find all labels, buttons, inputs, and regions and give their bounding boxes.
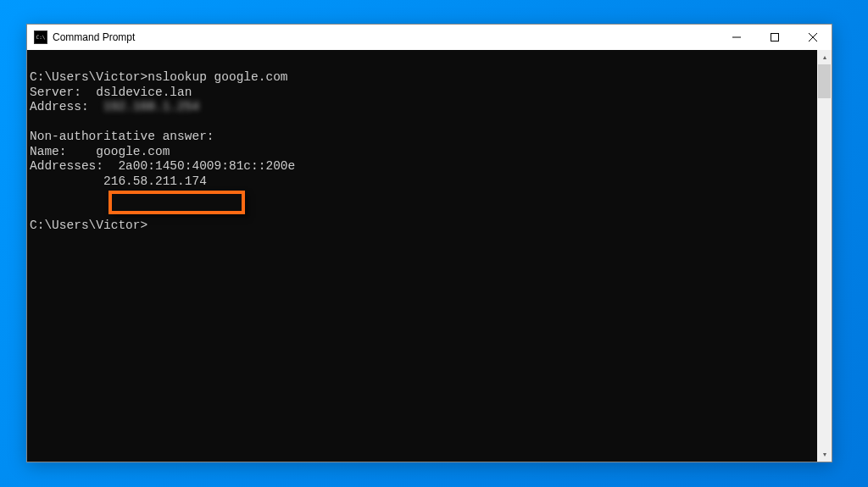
titlebar[interactable]: Command Prompt: [27, 25, 832, 50]
address-line: Address: 192.168.1.254: [30, 100, 199, 113]
maximize-button[interactable]: [755, 25, 793, 50]
window-title: Command Prompt: [53, 31, 135, 43]
scroll-down-arrow[interactable]: ▾: [817, 447, 832, 462]
terminal-output[interactable]: C:\Users\Victor>nslookup google.com Serv…: [27, 50, 817, 462]
terminal-area: C:\Users\Victor>nslookup google.com Serv…: [27, 50, 832, 462]
cmd-icon: [34, 30, 47, 44]
non-auth-line: Non-authoritative answer:: [30, 130, 214, 143]
name-line: Name: google.com: [30, 145, 170, 158]
command-prompt-window: Command Prompt C:\Users\Victor>nslookup …: [26, 24, 832, 462]
minimize-button[interactable]: [717, 25, 755, 50]
prompt-line-2: C:\Users\Victor>: [30, 219, 147, 232]
scroll-thumb[interactable]: [818, 64, 831, 98]
ipv4-line: 216.58.211.174: [30, 174, 207, 188]
svg-rect-1: [771, 34, 778, 42]
addresses-line: Addresses: 2a00:1450:4009:81c::200e: [30, 159, 295, 173]
scroll-up-arrow[interactable]: ▴: [817, 50, 832, 64]
close-button[interactable]: [793, 25, 832, 50]
prompt-line-1: C:\Users\Victor>nslookup google.com: [30, 70, 288, 84]
server-line: Server: dsldevice.lan: [30, 86, 192, 99]
vertical-scrollbar[interactable]: ▴ ▾: [817, 50, 832, 462]
